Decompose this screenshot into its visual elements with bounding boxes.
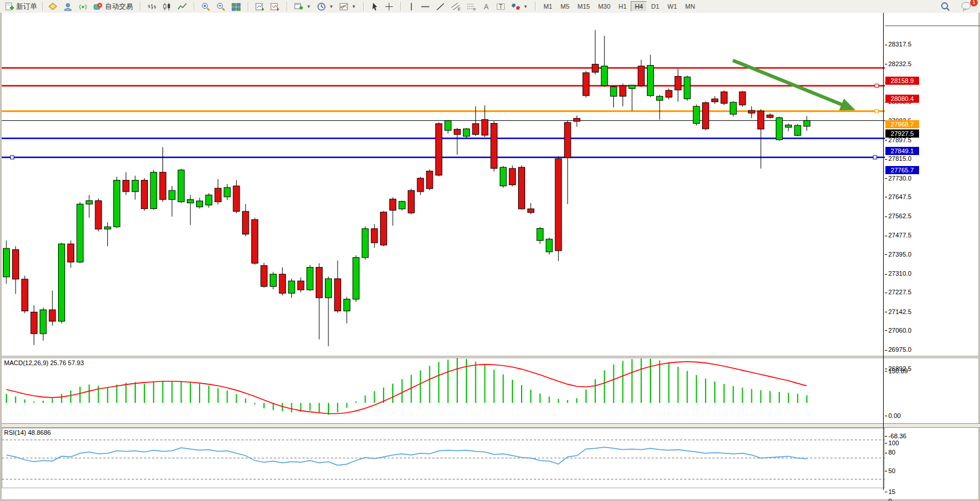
candle[interactable] [224, 184, 230, 200]
text-label-tool-button[interactable]: T [493, 1, 508, 12]
candle[interactable] [592, 30, 598, 74]
candle[interactable] [59, 243, 65, 323]
candle[interactable] [12, 246, 19, 294]
candle[interactable] [381, 211, 387, 246]
candle[interactable] [693, 104, 700, 125]
candle[interactable] [399, 201, 405, 211]
hline-handle[interactable] [875, 110, 878, 113]
candle[interactable] [40, 308, 46, 341]
candle[interactable] [196, 198, 202, 209]
candle[interactable] [21, 276, 28, 313]
auto-trading-button[interactable]: 自动交易 [91, 1, 136, 12]
candle[interactable] [583, 71, 589, 98]
candle[interactable] [666, 89, 672, 100]
candle[interactable] [187, 195, 194, 225]
candle[interactable] [776, 117, 782, 141]
candle[interactable] [684, 75, 690, 100]
rsi-panel-plot[interactable] [2, 428, 885, 488]
candle[interactable] [132, 176, 138, 200]
arrows-tool-button[interactable]: ▼ [508, 1, 531, 12]
candle[interactable] [555, 156, 562, 261]
candle[interactable] [804, 116, 810, 131]
candle[interactable] [730, 102, 736, 117]
timeframe-H4[interactable]: H4 [631, 1, 647, 12]
panel-divider[interactable] [2, 423, 980, 428]
timeframe-H1[interactable]: H1 [614, 1, 631, 12]
candle[interactable] [343, 297, 350, 323]
indicators-button[interactable]: ▼ [337, 1, 359, 12]
candle[interactable] [67, 240, 74, 268]
signal-button[interactable] [75, 1, 91, 12]
candle[interactable] [123, 172, 129, 195]
candle[interactable] [270, 272, 276, 289]
zoom-in-button[interactable] [198, 1, 214, 12]
line-chart-button[interactable] [175, 1, 190, 12]
timeframe-M30[interactable]: M30 [594, 1, 614, 12]
hline-handle[interactable] [873, 156, 877, 159]
candle[interactable] [620, 84, 626, 106]
candle[interactable] [261, 263, 267, 288]
candle[interactable] [426, 170, 433, 190]
timeframe-M15[interactable]: M15 [573, 1, 594, 12]
candle[interactable] [436, 122, 442, 176]
candle[interactable] [298, 277, 304, 292]
candle[interactable] [785, 124, 791, 132]
candle[interactable] [362, 226, 368, 260]
candle[interactable] [205, 193, 212, 208]
candle[interactable] [233, 180, 240, 213]
candle[interactable] [565, 120, 571, 204]
candle[interactable] [721, 91, 727, 105]
trendline-tool-button[interactable] [433, 1, 448, 12]
candle[interactable] [77, 202, 83, 264]
candle[interactable] [334, 261, 341, 313]
candle[interactable] [463, 128, 469, 138]
hline-handle[interactable] [875, 84, 878, 88]
timeframe-MN[interactable]: MN [681, 1, 699, 12]
candle[interactable] [408, 189, 414, 214]
candle[interactable] [454, 128, 460, 154]
trend-arrow[interactable] [733, 60, 843, 105]
candle[interactable] [169, 186, 175, 217]
candle[interactable] [389, 197, 396, 226]
equidistant-channel-tool-button[interactable]: E [448, 1, 464, 12]
candle[interactable] [371, 224, 378, 248]
candle[interactable] [141, 178, 147, 211]
candle[interactable] [711, 96, 718, 104]
new-order-button[interactable]: 新订单 [2, 1, 40, 12]
candle[interactable] [243, 204, 249, 237]
horizontal-line-tool-button[interactable] [418, 1, 433, 12]
timeframe-W1[interactable]: W1 [663, 1, 681, 12]
candle[interactable] [288, 279, 295, 298]
candle[interactable] [114, 177, 120, 228]
candle[interactable] [353, 255, 359, 302]
candle[interactable] [445, 120, 451, 134]
candle[interactable] [767, 113, 773, 118]
candle[interactable] [647, 55, 653, 97]
candlestick-chart-button[interactable] [160, 1, 175, 12]
candle[interactable] [537, 227, 543, 244]
timeframe-D1[interactable]: D1 [647, 1, 663, 12]
fibonacci-tool-button[interactable]: F [464, 1, 479, 12]
candle[interactable] [482, 105, 488, 137]
candle[interactable] [610, 86, 617, 107]
candle[interactable] [215, 179, 221, 205]
candle[interactable] [325, 276, 331, 346]
candle[interactable] [739, 91, 746, 107]
candle[interactable] [518, 165, 525, 210]
candle[interactable] [574, 116, 580, 127]
crosshair-tool-button[interactable] [382, 1, 396, 12]
timeframe-M5[interactable]: M5 [556, 1, 573, 12]
candle[interactable] [601, 36, 607, 87]
candle[interactable] [656, 95, 663, 120]
candle[interactable] [491, 121, 497, 172]
candle[interactable] [527, 203, 534, 215]
zoom-out-button[interactable] [214, 1, 229, 12]
candle[interactable] [252, 218, 258, 265]
profile-button[interactable] [60, 1, 75, 12]
candle[interactable] [150, 170, 157, 210]
candle[interactable] [629, 85, 635, 111]
arrange-up-button[interactable] [252, 1, 267, 12]
search-button[interactable] [938, 1, 953, 12]
candle[interactable] [86, 195, 92, 218]
paint-bucket-button[interactable] [45, 1, 60, 12]
